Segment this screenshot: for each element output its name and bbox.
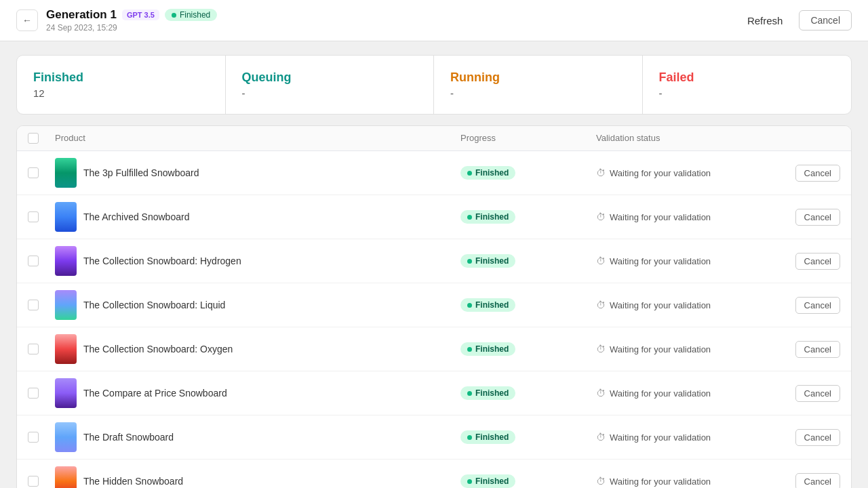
header-title-row: Generation 1 GPT 3.5 Finished: [46, 8, 217, 22]
clock-icon: ⏱: [596, 256, 606, 266]
row-checkbox-cell: [28, 256, 55, 266]
table-header: Product Progress Validation status: [17, 126, 851, 151]
product-thumbnail: [55, 158, 77, 188]
product-col-header: Product: [55, 133, 460, 144]
cancel-row-button[interactable]: Cancel: [795, 473, 840, 489]
cancel-row-button[interactable]: Cancel: [795, 297, 840, 314]
stats-cards: Finished 12 Queuing - Running - Failed -: [16, 55, 852, 115]
product-thumbnail: [55, 466, 77, 488]
clock-icon: ⏱: [596, 432, 606, 443]
progress-cell: Finished: [460, 386, 596, 401]
cancel-cell: Cancel: [772, 385, 840, 402]
cancel-row-button[interactable]: Cancel: [795, 165, 840, 182]
cancel-cell: Cancel: [772, 209, 840, 226]
product-cell: The Collection Snowboard: Liquid: [55, 290, 460, 320]
cancel-row-button[interactable]: Cancel: [795, 341, 840, 358]
main-content: Finished 12 Queuing - Running - Failed -: [0, 41, 868, 488]
clock-icon: ⏱: [596, 388, 606, 399]
validation-cell: ⏱ Waiting for your validation: [596, 300, 772, 310]
progress-badge: Finished: [460, 254, 515, 268]
table-row: The 3p Fulfilled Snowboard Finished ⏱ Wa…: [17, 151, 851, 195]
product-name: The Collection Snowboard: Liquid: [83, 300, 225, 310]
table-row: The Collection Snowboard: Oxygen Finishe…: [17, 327, 851, 371]
product-thumbnail: [55, 378, 77, 408]
progress-cell: Finished: [460, 474, 596, 488]
product-name: The Hidden Snowboard: [83, 476, 183, 487]
validation-status: Waiting for your validation: [610, 300, 711, 310]
stat-running-label: Running: [450, 70, 626, 85]
product-cell: The Collection Snowboard: Hydrogen: [55, 246, 460, 276]
validation-status: Waiting for your validation: [610, 344, 711, 354]
validation-status: Waiting for your validation: [610, 212, 711, 222]
row-checkbox-cell: [28, 211, 55, 222]
clock-icon: ⏱: [596, 211, 606, 222]
header-date: 24 Sep 2023, 15:29: [46, 23, 217, 33]
refresh-button[interactable]: Refresh: [738, 11, 793, 30]
validation-status: Waiting for your validation: [610, 388, 711, 399]
product-name: The Collection Snowboard: Oxygen: [83, 344, 233, 354]
clock-icon: ⏱: [596, 344, 606, 354]
progress-badge: Finished: [460, 474, 515, 488]
back-button[interactable]: ←: [16, 9, 38, 31]
progress-badge: Finished: [460, 210, 515, 224]
cancel-cell: Cancel: [772, 473, 840, 489]
validation-cell: ⏱ Waiting for your validation: [596, 256, 772, 266]
row-checkbox[interactable]: [28, 211, 39, 222]
progress-badge: Finished: [460, 298, 515, 312]
validation-status: Waiting for your validation: [610, 256, 711, 266]
row-checkbox-cell: [28, 476, 55, 487]
row-checkbox[interactable]: [28, 256, 39, 266]
stat-failed-label: Failed: [659, 70, 835, 85]
product-cell: The 3p Fulfilled Snowboard: [55, 158, 460, 188]
validation-status: Waiting for your validation: [610, 432, 711, 443]
validation-cell: ⏱ Waiting for your validation: [596, 211, 772, 222]
product-name: The Compare at Price Snowboard: [83, 388, 227, 399]
table-row: The Archived Snowboard Finished ⏱ Waitin…: [17, 195, 851, 239]
cancel-header-button[interactable]: Cancel: [799, 10, 852, 30]
row-checkbox[interactable]: [28, 167, 39, 178]
product-cell: The Draft Snowboard: [55, 422, 460, 452]
table-row: The Hidden Snowboard Finished ⏱ Waiting …: [17, 460, 851, 488]
progress-badge: Finished: [460, 430, 515, 444]
product-name: The Collection Snowboard: Hydrogen: [83, 256, 241, 266]
row-checkbox[interactable]: [28, 476, 39, 487]
stat-failed-value: -: [659, 87, 835, 99]
progress-badge: Finished: [460, 342, 515, 356]
product-cell: The Compare at Price Snowboard: [55, 378, 460, 408]
row-checkbox-cell: [28, 300, 55, 310]
product-thumbnail: [55, 246, 77, 276]
cancel-cell: Cancel: [772, 253, 840, 270]
cancel-row-button[interactable]: Cancel: [795, 209, 840, 226]
product-name: The 3p Fulfilled Snowboard: [83, 167, 199, 178]
row-checkbox[interactable]: [28, 300, 39, 310]
stat-queuing-value: -: [242, 87, 418, 99]
validation-cell: ⏱ Waiting for your validation: [596, 388, 772, 399]
validation-status: Waiting for your validation: [610, 168, 711, 178]
product-thumbnail: [55, 290, 77, 320]
page-title: Generation 1: [46, 8, 117, 22]
cancel-row-button[interactable]: Cancel: [795, 385, 840, 402]
product-table: Product Progress Validation status The 3…: [16, 125, 852, 488]
row-checkbox[interactable]: [28, 432, 39, 443]
select-all-cell: [28, 133, 55, 144]
validation-cell: ⏱ Waiting for your validation: [596, 344, 772, 354]
row-checkbox[interactable]: [28, 344, 39, 354]
progress-badge: Finished: [460, 386, 515, 400]
progress-cell: Finished: [460, 166, 596, 180]
row-checkbox-cell: [28, 167, 55, 178]
header-left: ← Generation 1 GPT 3.5 Finished 24 Sep 2…: [16, 8, 217, 33]
select-all-checkbox[interactable]: [28, 133, 39, 144]
progress-badge: Finished: [460, 166, 515, 180]
progress-cell: Finished: [460, 342, 596, 357]
row-checkbox[interactable]: [28, 388, 39, 399]
stat-running: Running -: [434, 56, 643, 114]
product-thumbnail: [55, 422, 77, 452]
cancel-row-button[interactable]: Cancel: [795, 253, 840, 270]
stat-finished-value: 12: [33, 87, 209, 99]
product-name: The Draft Snowboard: [83, 432, 174, 443]
clock-icon: ⏱: [596, 167, 606, 178]
cancel-row-button[interactable]: Cancel: [795, 429, 840, 446]
action-col-header: [772, 133, 840, 144]
cancel-cell: Cancel: [772, 297, 840, 314]
progress-col-header: Progress: [460, 133, 596, 144]
